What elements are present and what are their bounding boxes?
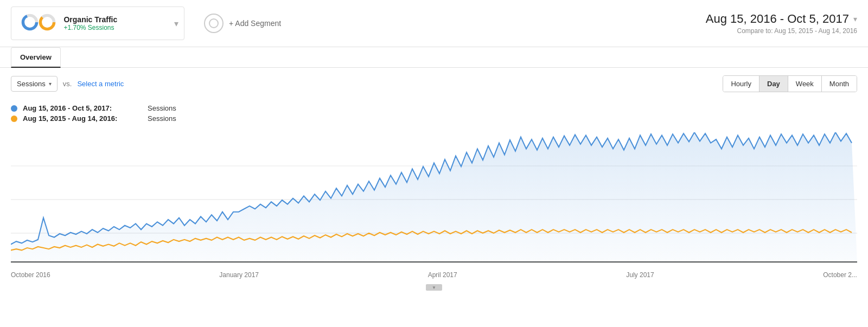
segment-name: Organic Traffic <box>63 15 117 24</box>
top-bar: Organic Traffic +1.70% Sessions ▾ + Add … <box>0 0 868 47</box>
date-range-compare: Compare to: Aug 15, 2015 - Aug 14, 2016 <box>706 27 857 35</box>
x-label-0: October 2016 <box>11 271 50 279</box>
time-btn-week[interactable]: Week <box>788 76 822 92</box>
segment-dropdown-icon[interactable]: ▾ <box>174 18 178 29</box>
x-label-2: April 2017 <box>428 271 457 279</box>
add-segment-button[interactable]: + Add Segment <box>195 8 290 39</box>
donut-icon-orange <box>37 12 57 32</box>
metric-selector: Sessions ▾ vs. Select a metric <box>11 76 124 92</box>
compare-prefix: Compare to: <box>737 27 773 35</box>
svg-point-4 <box>209 19 218 28</box>
chart-svg <box>11 132 857 268</box>
scrollbar-thumb[interactable] <box>426 284 442 291</box>
time-btn-month[interactable]: Month <box>822 76 857 92</box>
time-btn-hourly[interactable]: Hourly <box>723 76 760 92</box>
compare-range: Aug 15, 2015 - Aug 14, 2016 <box>774 27 857 35</box>
x-label-1: January 2017 <box>219 271 259 279</box>
x-label-3: July 2017 <box>626 271 654 279</box>
overview-tabs: Overview <box>0 47 868 68</box>
legend-dot-blue <box>11 105 17 112</box>
controls-bar: Sessions ▾ vs. Select a metric Hourly Da… <box>0 68 868 100</box>
segment-stat: +1.70% Sessions <box>63 24 117 31</box>
metric-label: Sessions <box>17 80 46 88</box>
circle-outline-icon <box>209 18 219 28</box>
scrollbar-area <box>0 281 868 294</box>
legend-dot-orange <box>11 116 17 122</box>
legend-metric-0: Sessions <box>148 104 176 112</box>
time-buttons: Hourly Day Week Month <box>723 75 857 92</box>
metric-dropdown-arrow: ▾ <box>49 81 52 87</box>
date-range-section: Aug 15, 2016 - Oct 5, 2017 ▾ Compare to:… <box>706 12 857 35</box>
add-segment-label: + Add Segment <box>229 19 281 28</box>
add-segment-circle-icon <box>204 14 224 33</box>
donut-icon-blue <box>20 12 40 32</box>
legend-row-0: Aug 15, 2016 - Oct 5, 2017: Sessions <box>11 104 857 112</box>
segment-info: Organic Traffic +1.70% Sessions <box>63 15 117 31</box>
legend-row-1: Aug 15, 2015 - Aug 14, 2016: Sessions <box>11 114 857 123</box>
legend-metric-1: Sessions <box>148 114 176 123</box>
chart-container <box>11 132 857 268</box>
date-range-text: Aug 15, 2016 - Oct 5, 2017 <box>706 12 849 26</box>
legend-date-1: Aug 15, 2015 - Aug 14, 2016: <box>23 114 142 123</box>
segment-icons <box>20 12 57 34</box>
select-metric-link[interactable]: Select a metric <box>77 80 124 88</box>
metric-dropdown[interactable]: Sessions ▾ <box>11 76 58 92</box>
vs-label: vs. <box>63 80 72 88</box>
x-axis-labels: October 2016 January 2017 April 2017 Jul… <box>0 268 868 281</box>
chart-area <box>0 132 868 268</box>
segment-card[interactable]: Organic Traffic +1.70% Sessions ▾ <box>11 7 184 40</box>
date-range-dropdown-icon[interactable]: ▾ <box>853 15 857 23</box>
time-btn-day[interactable]: Day <box>760 76 788 92</box>
date-range-title[interactable]: Aug 15, 2016 - Oct 5, 2017 ▾ <box>706 12 857 26</box>
tab-overview[interactable]: Overview <box>11 47 61 68</box>
x-label-4: October 2... <box>823 271 857 279</box>
legend-date-0: Aug 15, 2016 - Oct 5, 2017: <box>23 104 142 112</box>
legend-area: Aug 15, 2016 - Oct 5, 2017: Sessions Aug… <box>0 100 868 127</box>
